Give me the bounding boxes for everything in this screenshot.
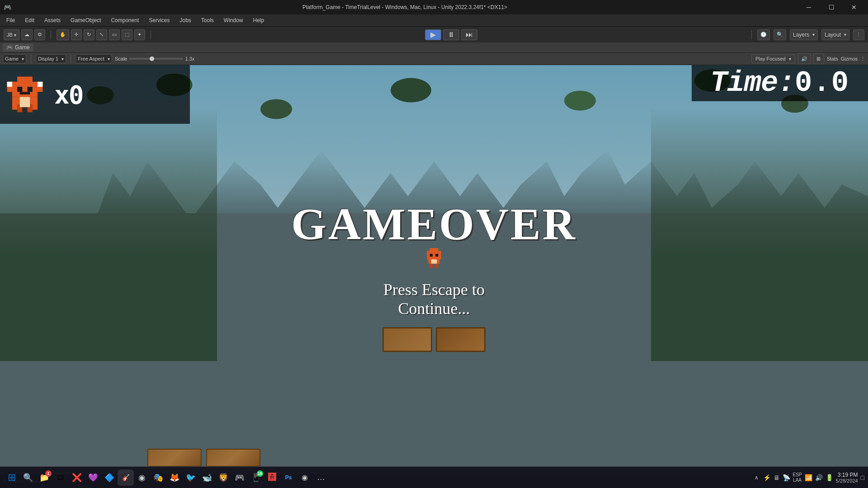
system-tray: ∧ ⚡ 🖥 📡 ESP LAA 📶 🔊 🔋 3:19 PM 5/28/2024 … bbox=[753, 472, 864, 483]
unity-icon-2[interactable]: ◉ bbox=[297, 469, 313, 486]
maximize-button[interactable]: ☐ bbox=[821, 0, 842, 14]
play-focused-label: Play Focused bbox=[755, 56, 786, 61]
aspect-label: Free Aspect bbox=[78, 56, 104, 61]
main-toolbar: JB ☁ ⚙ ✋ ✛ ↻ ⤡ ▭ ⬚ ✦ ▶ ⏸ ⏭ 🕐 bbox=[0, 26, 868, 42]
taskbar-search[interactable]: 🔍 bbox=[20, 469, 36, 486]
scale-thumb[interactable] bbox=[150, 56, 154, 61]
aspect-select[interactable]: Free Aspect bbox=[75, 54, 112, 63]
menu-assets[interactable]: Assets bbox=[40, 16, 65, 24]
svg-rect-18 bbox=[435, 253, 438, 256]
app-icon-4[interactable]: 🎮 bbox=[231, 469, 248, 486]
custom-tool-button[interactable]: ✦ bbox=[134, 29, 145, 40]
folder-icon[interactable]: 🗂 bbox=[52, 469, 69, 486]
docker-icon[interactable]: 🐋 bbox=[199, 469, 215, 486]
tray-icon-3[interactable]: 📡 bbox=[783, 474, 790, 481]
expand-button[interactable]: ⋮ bbox=[853, 29, 864, 40]
play-focused-button[interactable]: Play Focused bbox=[751, 54, 795, 63]
visual-studio-icon[interactable]: 💜 bbox=[85, 469, 101, 486]
twitter-icon[interactable]: 🐦 bbox=[183, 469, 199, 486]
gameover-character bbox=[423, 247, 445, 271]
close-button[interactable]: ✕ bbox=[844, 0, 864, 14]
toolbar-right: 🕐 🔍 Layers Layout ⋮ bbox=[757, 29, 864, 40]
battery-icon[interactable]: 🔋 bbox=[826, 474, 833, 481]
pause-button[interactable]: ⏸ bbox=[443, 29, 459, 40]
vs-code-icon[interactable]: 🔷 bbox=[101, 469, 118, 486]
title-bar: 🎮 Platform_Game - TimeTrialLevel - Windo… bbox=[0, 0, 868, 14]
game-mode-select[interactable]: Game bbox=[3, 54, 26, 63]
minimize-button[interactable]: ─ bbox=[798, 0, 819, 14]
language-indicator[interactable]: ESP LAA bbox=[793, 472, 802, 483]
grid-view-button[interactable]: ⊞ bbox=[813, 53, 824, 64]
menu-edit[interactable]: Edit bbox=[20, 16, 39, 24]
hand-tool-button[interactable]: ✋ bbox=[57, 29, 69, 40]
menu-gameobject[interactable]: GameObject bbox=[66, 16, 105, 24]
brave-icon[interactable]: 🦁 bbox=[215, 469, 231, 486]
whatsapp-icon[interactable]: 📱 19 bbox=[248, 469, 264, 486]
speaker-icon: 🔊 bbox=[801, 56, 807, 62]
tray-icon-1[interactable]: ⚡ bbox=[763, 474, 771, 481]
rect-tool-button[interactable]: ▭ bbox=[109, 29, 120, 40]
start-button[interactable]: ⊞ bbox=[4, 469, 20, 486]
layers-dropdown[interactable]: Layers bbox=[790, 29, 818, 40]
display-label: Display 1 bbox=[38, 56, 58, 61]
history-button[interactable]: 🕐 bbox=[757, 29, 770, 40]
unity-editor-icon[interactable]: ◉ bbox=[134, 469, 150, 486]
title-bar-icon: 🎮 bbox=[4, 4, 11, 11]
menu-services[interactable]: Services bbox=[144, 16, 174, 24]
search-button[interactable]: 🔍 bbox=[774, 29, 786, 40]
mute-button[interactable]: 🔊 bbox=[798, 53, 811, 64]
menu-jobs[interactable]: Jobs bbox=[175, 16, 195, 24]
menu-window[interactable]: Window bbox=[219, 16, 248, 24]
clock-time: 3:19 PM bbox=[836, 472, 858, 478]
display-select[interactable]: Display 1 bbox=[36, 54, 66, 63]
network-icon[interactable]: 📶 bbox=[805, 474, 812, 481]
unity-hub-icon[interactable]: 🎸 bbox=[118, 469, 134, 486]
press-escape-text: Press Escape to Continue... bbox=[383, 280, 485, 318]
cloud-icon: ☁ bbox=[24, 32, 29, 38]
scale-tool-button[interactable]: ⤡ bbox=[96, 29, 107, 40]
menu-bar: File Edit Assets GameObject Component Se… bbox=[0, 14, 868, 26]
photoshop-icon[interactable]: Ps bbox=[280, 469, 297, 486]
transform-tools: ✋ ✛ ↻ ⤡ ▭ ⬚ ✦ bbox=[57, 29, 145, 40]
menu-file[interactable]: File bbox=[2, 16, 19, 24]
app-icon-1[interactable]: ❌ bbox=[69, 469, 85, 486]
svg-rect-21 bbox=[435, 263, 438, 267]
transform-tool-button[interactable]: ⬚ bbox=[122, 29, 132, 40]
bottom-crate-1 bbox=[147, 449, 202, 467]
crate-left bbox=[382, 327, 432, 352]
menu-tools[interactable]: Tools bbox=[197, 16, 218, 24]
taskbar-icon-wrap-1: 📁 1 bbox=[36, 469, 52, 486]
cloud-button[interactable]: ☁ bbox=[21, 29, 33, 40]
gizmos-button[interactable]: Gizmos bbox=[841, 56, 858, 61]
more-apps-button[interactable]: … bbox=[313, 469, 329, 486]
move-tool-button[interactable]: ✛ bbox=[71, 29, 82, 40]
tray-expand-button[interactable]: ∧ bbox=[753, 473, 760, 483]
rotate-tool-button[interactable]: ↻ bbox=[84, 29, 94, 40]
pause-icon: ⏸ bbox=[448, 31, 455, 39]
notification-button[interactable]: □ bbox=[861, 474, 864, 481]
menu-component[interactable]: Component bbox=[106, 16, 143, 24]
play-button[interactable]: ▶ bbox=[425, 29, 441, 40]
window-title: Platform_Game - TimeTrialLevel - Windows… bbox=[11, 4, 798, 10]
settings-button[interactable]: ⚙ bbox=[34, 29, 45, 40]
menu-help[interactable]: Help bbox=[249, 16, 269, 24]
account-button[interactable]: JB bbox=[4, 29, 19, 40]
file-explorer-icon[interactable]: 📁 1 bbox=[36, 469, 52, 486]
gameover-title: GAMEOVER bbox=[291, 202, 577, 247]
svg-rect-20 bbox=[430, 263, 433, 267]
game-tab[interactable]: 🎮 Game bbox=[3, 43, 33, 52]
game-mode-label: Game bbox=[5, 56, 19, 61]
tray-icon-2[interactable]: 🖥 bbox=[774, 474, 780, 481]
volume-icon[interactable]: 🔊 bbox=[815, 474, 823, 481]
system-clock[interactable]: 3:19 PM 5/28/2024 bbox=[836, 472, 858, 483]
layout-dropdown[interactable]: Layout bbox=[821, 29, 849, 40]
account-chevron bbox=[13, 32, 16, 38]
scale-slider[interactable] bbox=[129, 58, 183, 60]
crate-right bbox=[436, 327, 486, 352]
overflow-button[interactable]: ⋮ bbox=[860, 56, 865, 62]
step-button[interactable]: ⏭ bbox=[461, 29, 477, 40]
adobe-icon[interactable]: 🅰 bbox=[264, 469, 280, 486]
stats-button[interactable]: Stats bbox=[827, 56, 838, 61]
app-icon-3[interactable]: 🦊 bbox=[166, 469, 183, 486]
app-icon-2[interactable]: 🎭 bbox=[150, 469, 166, 486]
